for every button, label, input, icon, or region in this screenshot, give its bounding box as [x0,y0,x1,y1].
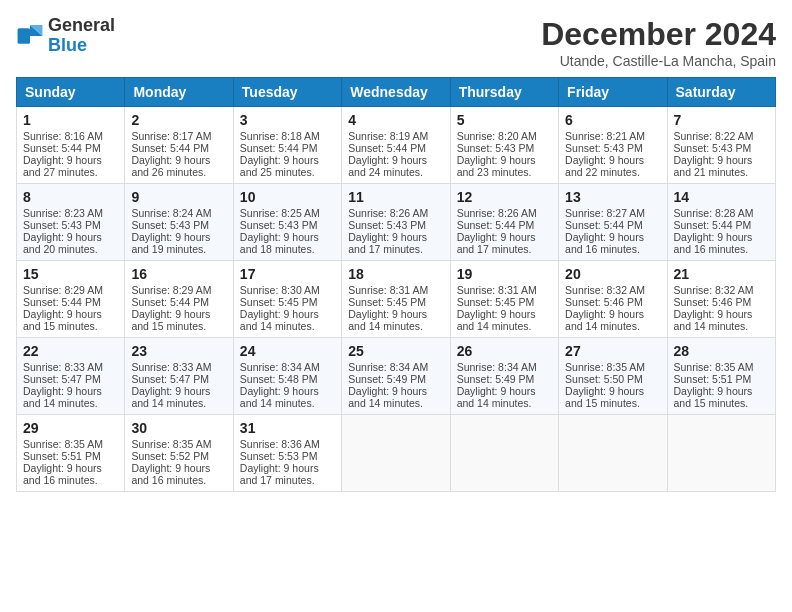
day-number: 7 [674,112,769,128]
day-number: 24 [240,343,335,359]
sunset-label: Sunset: 5:51 PM [23,450,101,462]
sunset-label: Sunset: 5:48 PM [240,373,318,385]
daylight-label: Daylight: 9 hours and 14 minutes. [457,308,536,332]
calendar-cell: 14 Sunrise: 8:28 AM Sunset: 5:44 PM Dayl… [667,184,775,261]
col-wednesday: Wednesday [342,78,450,107]
sunset-label: Sunset: 5:49 PM [348,373,426,385]
calendar-cell: 27 Sunrise: 8:35 AM Sunset: 5:50 PM Dayl… [559,338,667,415]
daylight-label: Daylight: 9 hours and 14 minutes. [457,385,536,409]
daylight-label: Daylight: 9 hours and 26 minutes. [131,154,210,178]
col-sunday: Sunday [17,78,125,107]
sunrise-label: Sunrise: 8:34 AM [348,361,428,373]
day-number: 8 [23,189,118,205]
sunrise-label: Sunrise: 8:29 AM [23,284,103,296]
main-title: December 2024 [541,16,776,53]
calendar-cell: 19 Sunrise: 8:31 AM Sunset: 5:45 PM Dayl… [450,261,558,338]
calendar-cell: 16 Sunrise: 8:29 AM Sunset: 5:44 PM Dayl… [125,261,233,338]
calendar-cell: 29 Sunrise: 8:35 AM Sunset: 5:51 PM Dayl… [17,415,125,492]
sunrise-label: Sunrise: 8:19 AM [348,130,428,142]
calendar-cell: 18 Sunrise: 8:31 AM Sunset: 5:45 PM Dayl… [342,261,450,338]
day-number: 5 [457,112,552,128]
sunset-label: Sunset: 5:43 PM [565,142,643,154]
sunset-label: Sunset: 5:47 PM [131,373,209,385]
calendar-cell [559,415,667,492]
daylight-label: Daylight: 9 hours and 27 minutes. [23,154,102,178]
sunrise-label: Sunrise: 8:23 AM [23,207,103,219]
sunset-label: Sunset: 5:43 PM [457,142,535,154]
sunrise-label: Sunrise: 8:25 AM [240,207,320,219]
day-number: 21 [674,266,769,282]
daylight-label: Daylight: 9 hours and 17 minutes. [240,462,319,486]
logo-line2: Blue [48,36,115,56]
day-number: 23 [131,343,226,359]
daylight-label: Daylight: 9 hours and 14 minutes. [565,308,644,332]
sunrise-label: Sunrise: 8:35 AM [565,361,645,373]
col-thursday: Thursday [450,78,558,107]
daylight-label: Daylight: 9 hours and 15 minutes. [565,385,644,409]
daylight-label: Daylight: 9 hours and 14 minutes. [348,308,427,332]
sunrise-label: Sunrise: 8:29 AM [131,284,211,296]
day-number: 13 [565,189,660,205]
daylight-label: Daylight: 9 hours and 14 minutes. [674,308,753,332]
daylight-label: Daylight: 9 hours and 15 minutes. [23,308,102,332]
calendar-cell: 12 Sunrise: 8:26 AM Sunset: 5:44 PM Dayl… [450,184,558,261]
daylight-label: Daylight: 9 hours and 23 minutes. [457,154,536,178]
daylight-label: Daylight: 9 hours and 16 minutes. [23,462,102,486]
sunrise-label: Sunrise: 8:21 AM [565,130,645,142]
calendar-cell [667,415,775,492]
calendar-cell: 17 Sunrise: 8:30 AM Sunset: 5:45 PM Dayl… [233,261,341,338]
calendar-cell: 26 Sunrise: 8:34 AM Sunset: 5:49 PM Dayl… [450,338,558,415]
daylight-label: Daylight: 9 hours and 14 minutes. [23,385,102,409]
title-area: December 2024 Utande, Castille-La Mancha… [541,16,776,69]
sunset-label: Sunset: 5:46 PM [674,296,752,308]
sunset-label: Sunset: 5:46 PM [565,296,643,308]
day-number: 1 [23,112,118,128]
sunset-label: Sunset: 5:43 PM [23,219,101,231]
sunset-label: Sunset: 5:45 PM [348,296,426,308]
sunrise-label: Sunrise: 8:27 AM [565,207,645,219]
col-monday: Monday [125,78,233,107]
sunrise-label: Sunrise: 8:32 AM [674,284,754,296]
subtitle: Utande, Castille-La Mancha, Spain [541,53,776,69]
sunset-label: Sunset: 5:44 PM [131,296,209,308]
daylight-label: Daylight: 9 hours and 20 minutes. [23,231,102,255]
daylight-label: Daylight: 9 hours and 15 minutes. [674,385,753,409]
daylight-label: Daylight: 9 hours and 14 minutes. [240,385,319,409]
week-row-3: 15 Sunrise: 8:29 AM Sunset: 5:44 PM Dayl… [17,261,776,338]
day-number: 11 [348,189,443,205]
sunrise-label: Sunrise: 8:35 AM [674,361,754,373]
sunset-label: Sunset: 5:43 PM [131,219,209,231]
sunset-label: Sunset: 5:44 PM [23,296,101,308]
day-number: 17 [240,266,335,282]
calendar-cell: 5 Sunrise: 8:20 AM Sunset: 5:43 PM Dayli… [450,107,558,184]
week-row-1: 1 Sunrise: 8:16 AM Sunset: 5:44 PM Dayli… [17,107,776,184]
week-row-2: 8 Sunrise: 8:23 AM Sunset: 5:43 PM Dayli… [17,184,776,261]
calendar-cell: 30 Sunrise: 8:35 AM Sunset: 5:52 PM Dayl… [125,415,233,492]
svg-rect-0 [18,28,30,44]
calendar-cell: 24 Sunrise: 8:34 AM Sunset: 5:48 PM Dayl… [233,338,341,415]
sunrise-label: Sunrise: 8:17 AM [131,130,211,142]
sunset-label: Sunset: 5:44 PM [240,142,318,154]
day-number: 3 [240,112,335,128]
day-number: 15 [23,266,118,282]
day-number: 27 [565,343,660,359]
sunrise-label: Sunrise: 8:28 AM [674,207,754,219]
day-number: 20 [565,266,660,282]
sunrise-label: Sunrise: 8:34 AM [240,361,320,373]
sunrise-label: Sunrise: 8:31 AM [348,284,428,296]
sunrise-label: Sunrise: 8:35 AM [23,438,103,450]
daylight-label: Daylight: 9 hours and 14 minutes. [240,308,319,332]
sunset-label: Sunset: 5:45 PM [240,296,318,308]
sunset-label: Sunset: 5:44 PM [23,142,101,154]
daylight-label: Daylight: 9 hours and 15 minutes. [131,308,210,332]
day-number: 10 [240,189,335,205]
col-friday: Friday [559,78,667,107]
calendar-cell: 25 Sunrise: 8:34 AM Sunset: 5:49 PM Dayl… [342,338,450,415]
day-number: 14 [674,189,769,205]
daylight-label: Daylight: 9 hours and 14 minutes. [348,385,427,409]
calendar-cell: 11 Sunrise: 8:26 AM Sunset: 5:43 PM Dayl… [342,184,450,261]
sunset-label: Sunset: 5:44 PM [457,219,535,231]
day-number: 2 [131,112,226,128]
day-number: 12 [457,189,552,205]
sunrise-label: Sunrise: 8:22 AM [674,130,754,142]
